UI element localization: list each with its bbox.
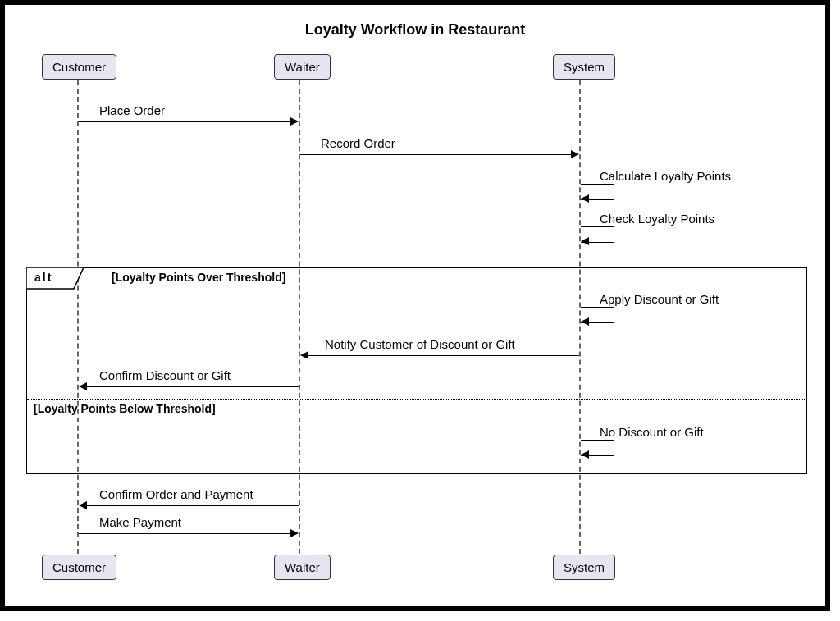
alt-divider <box>27 399 805 400</box>
arrow-make-payment <box>79 533 290 534</box>
alt-label: alt <box>34 271 52 284</box>
participant-customer-bottom: Customer <box>42 555 116 580</box>
arrowhead-calc-points <box>581 194 589 203</box>
participant-waiter-top: Waiter <box>274 54 331 80</box>
msg-apply-discount: Apply Discount or Gift <box>600 292 719 306</box>
diagram-frame: Loyalty Workflow in Restaurant Customer … <box>0 0 830 611</box>
arrowhead-make-payment <box>290 529 299 537</box>
msg-notify-customer: Notify Customer of Discount or Gift <box>325 337 515 351</box>
arrowhead-check-points <box>581 237 589 245</box>
participant-system-top: System <box>553 54 615 80</box>
alt-guard-1: [Loyalty Points Over Threshold] <box>112 271 285 284</box>
arrow-confirm-order <box>87 505 299 506</box>
diagram-title: Loyalty Workflow in Restaurant <box>5 5 825 39</box>
participant-system-bottom: System <box>553 555 615 580</box>
msg-calc-points: Calculate Loyalty Points <box>600 169 731 183</box>
arrow-confirm-discount <box>87 386 299 387</box>
msg-check-points: Check Loyalty Points <box>600 212 714 226</box>
arrowhead-place-order <box>290 117 299 126</box>
alt-guard-2: [Loyalty Points Below Threshold] <box>34 402 216 415</box>
participant-customer-top: Customer <box>42 54 116 80</box>
msg-make-payment: Make Payment <box>99 515 181 529</box>
msg-record-order: Record Order <box>321 136 395 150</box>
arrow-place-order <box>79 121 290 122</box>
arrowhead-notify-customer <box>300 351 308 359</box>
msg-confirm-discount: Confirm Discount or Gift <box>99 368 231 382</box>
msg-place-order: Place Order <box>99 103 165 117</box>
msg-no-discount: No Discount or Gift <box>600 425 704 439</box>
arrow-notify-customer <box>308 355 579 356</box>
arrowhead-record-order <box>571 150 579 158</box>
msg-confirm-order: Confirm Order and Payment <box>99 487 253 501</box>
arrowhead-apply-discount <box>581 317 589 326</box>
participant-waiter-bottom: Waiter <box>274 555 331 580</box>
arrowhead-no-discount <box>581 450 589 459</box>
arrowhead-confirm-order <box>79 501 87 509</box>
arrow-record-order <box>300 154 571 155</box>
arrowhead-confirm-discount <box>79 382 87 390</box>
